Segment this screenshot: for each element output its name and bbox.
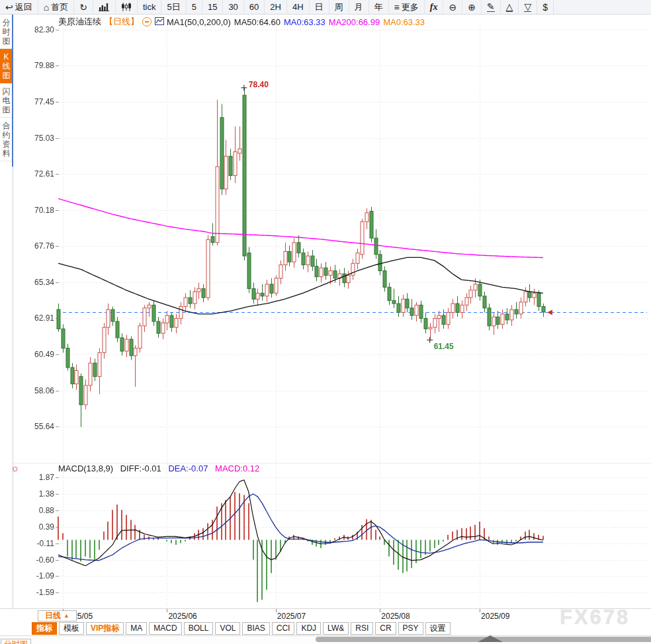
price-axis-label: 77.45 (15, 97, 54, 106)
date-label: 2025/08 (381, 612, 410, 621)
toolbar-button-30[interactable]: 30 (223, 0, 243, 14)
zoom-in-icon: ⊕ (468, 3, 476, 12)
toolbar-button-year[interactable]: 年 (369, 0, 389, 14)
home-icon: ⌂ (44, 3, 49, 12)
toolbar-button-label: 周 (335, 1, 343, 13)
toolbar-button-home[interactable]: ⌂首页 (38, 0, 74, 14)
symbol-title: 美原油连续 (58, 16, 101, 28)
price-pane-header: 美原油连续 【日线】 MA1(50,0,200,0) MA50:64.60 MA… (58, 16, 428, 28)
tab-BIAS[interactable]: BIAS (242, 622, 269, 635)
tab-LW&[interactable]: LW& (323, 622, 349, 635)
sidebar-item-闪电图[interactable]: 闪电图 (0, 83, 13, 118)
toolbar-button-zoom-in[interactable]: ⊕ (462, 0, 482, 14)
toolbar-button-4h[interactable]: 4H (287, 0, 310, 14)
toolbar-button-label: 30 (228, 2, 238, 12)
axis-separator (0, 608, 651, 609)
mini-chart-icon[interactable] (155, 17, 164, 27)
top-toolbar: ↩返回⌂首页↻tick5日51530602H4H日周月年≡更多fx⊖⊕✎△▽$ (0, 0, 651, 15)
toolbar-button-month[interactable]: 月 (349, 0, 369, 14)
bar-chart-icon (99, 3, 110, 11)
toolbar-button-label: 返回 (15, 1, 32, 13)
toolbar-button-fx[interactable]: fx (425, 0, 444, 14)
ma-settings-label: MA1(50,0,200,0) (167, 17, 231, 27)
date-tick (480, 609, 480, 612)
toolbar-button-tick[interactable]: tick (138, 0, 162, 14)
price-axis-label: 67.76 (15, 241, 54, 251)
tab-MACD[interactable]: MACD (149, 622, 181, 635)
tab-CCI[interactable]: CCI (272, 622, 295, 635)
refresh-icon: ↻ (79, 3, 87, 12)
price-chart-canvas[interactable] (0, 0, 651, 608)
macd-axis-label: 0.39 (15, 522, 54, 532)
date-tick (276, 609, 277, 612)
sidebar-item-合约资料[interactable]: 合约资料 (0, 118, 13, 161)
toolbar-button-tri-down[interactable]: ▽ (519, 0, 537, 14)
toolbar-button-zoom-out[interactable]: ⊖ (443, 0, 462, 14)
ma50-value: MA50:64.60 (234, 17, 281, 27)
macd-axis-label: -0.60 (15, 555, 54, 565)
toolbar-button-week[interactable]: 周 (329, 0, 349, 14)
tab-VOL[interactable]: VOL (215, 622, 240, 635)
macd-axis-label: -0.11 (15, 539, 54, 548)
indicator-settings-icon[interactable]: ☼ (11, 462, 20, 473)
period-selector-button[interactable]: 日线 ▲ (38, 610, 77, 622)
tab-VIP指标[interactable]: VIP指标 (86, 622, 124, 635)
toolbar-button-5[interactable]: 5 (187, 0, 202, 14)
fx678-watermark: FX678 (560, 606, 630, 629)
toolbar-button-candlestick[interactable] (116, 0, 138, 14)
date-tick (380, 609, 380, 612)
toolbar-button-2h[interactable]: 2H (265, 0, 287, 14)
partial-bottom-tab[interactable]: 分时图 (1, 639, 31, 644)
toolbar-button-60[interactable]: 60 (244, 0, 265, 14)
tab-PSY[interactable]: PSY (398, 622, 423, 635)
chart-type-sidebar: 分时图K线图闪电图合约资料 (0, 15, 13, 608)
toolbar-button-back[interactable]: ↩返回 (0, 0, 38, 14)
tab-设置[interactable]: 设置 (425, 622, 451, 635)
sidebar-item-分时图[interactable]: 分时图 (0, 15, 13, 49)
sidebar-item-K线图[interactable]: K线图 (0, 49, 13, 83)
price-axis-label: 62.91 (15, 313, 54, 323)
charting-app-window: ↩返回⌂首页↻tick5日51530602H4H日周月年≡更多fx⊖⊕✎△▽$ … (0, 0, 651, 644)
macd-title: MACD(13,8,9) (58, 463, 113, 473)
macd-axis-label: 0.88 (15, 506, 54, 515)
tab-模板[interactable]: 模板 (59, 622, 84, 635)
fx-icon: fx (430, 3, 438, 12)
macd-axis-label: 1.38 (15, 489, 54, 499)
indicator-tab-bar: 指标模板VIP指标MAMACDBOLLVOLBIASCCIKDJLW&RSICR… (32, 622, 451, 635)
toolbar-button-more[interactable]: ≡更多 (389, 0, 425, 14)
price-axis-label: 60.49 (15, 350, 54, 359)
triangle-up-icon: △ (506, 2, 513, 12)
date-label: 2025/07 (277, 612, 306, 621)
collapse-panel-handle[interactable] (478, 635, 503, 642)
price-axis-label: 79.88 (15, 61, 54, 70)
price-axis-label: 55.64 (15, 422, 54, 431)
price-axis-label: 72.61 (15, 169, 54, 179)
tab-指标[interactable]: 指标 (32, 622, 57, 635)
tab-BOLL[interactable]: BOLL (184, 622, 214, 635)
toolbar-button-label: 年 (374, 1, 383, 13)
triangle-down-icon: ▽ (524, 2, 531, 12)
toolbar-button-tri-up[interactable]: △ (501, 0, 519, 14)
date-label: 2025/06 (168, 612, 196, 621)
toolbar-button-5d[interactable]: 5日 (161, 0, 186, 14)
toolbar-button-refresh[interactable]: ↻ (74, 0, 93, 14)
tab-CR[interactable]: CR (375, 622, 396, 635)
toolbar-button-15[interactable]: 15 (202, 0, 223, 14)
collapse-indicator-icon[interactable] (142, 17, 152, 26)
toolbar-button-dollar[interactable]: $ (537, 0, 554, 14)
macd-axis-label: -1.09 (15, 571, 54, 581)
toolbar-button-label: 日 (315, 1, 324, 13)
macd-diff-value: DIFF:-0.01 (120, 463, 161, 473)
toolbar-button-label: 4H (292, 2, 304, 12)
toolbar-button-day[interactable]: 日 (310, 0, 329, 14)
tab-MA[interactable]: MA (126, 622, 147, 635)
toolbar-button-draw[interactable]: ✎ (482, 0, 501, 14)
tab-KDJ[interactable]: KDJ (296, 622, 321, 635)
toolbar-button-label: 月 (355, 1, 363, 13)
price-axis-label: 75.03 (15, 134, 54, 143)
tab-RSI[interactable]: RSI (351, 622, 373, 635)
toolbar-button-label: tick (143, 2, 156, 12)
price-axis-label: 65.34 (15, 278, 54, 287)
triangle-up-icon: ▲ (64, 611, 69, 621)
toolbar-button-bar-chart[interactable] (93, 0, 116, 14)
